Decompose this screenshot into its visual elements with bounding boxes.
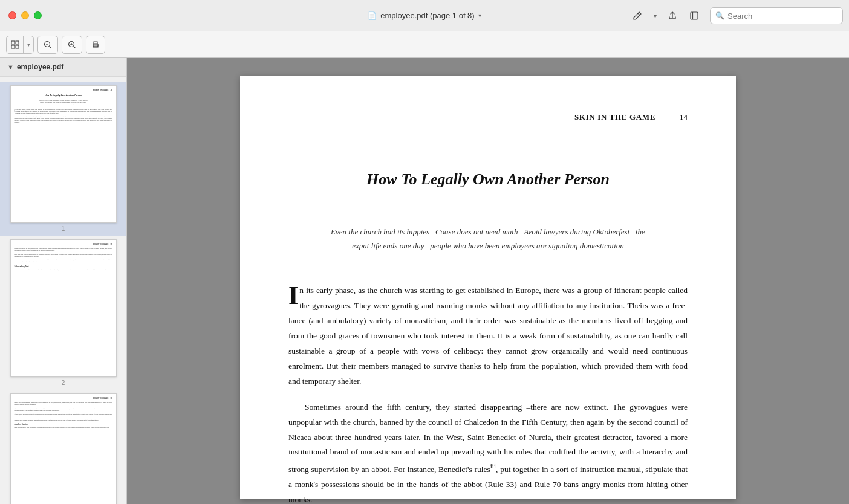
view-mode-button[interactable] <box>7 36 24 53</box>
thumbnail-page-3[interactable]: SKIN IN THE GAME 16 Neque porro quisquam… <box>0 390 126 504</box>
fullscreen-button[interactable] <box>34 11 42 19</box>
titlebar: 📄 employee.pdf (page 1 of 8) ▾ ▾ 🔍 <box>0 0 849 31</box>
search-icon: 🔍 <box>715 11 724 20</box>
toolbar-right: ▾ 🔍 <box>628 0 849 31</box>
pdf-page: SKIN IN THE GAME 14 How To Legally Own A… <box>240 76 736 499</box>
zoom-out-icon <box>44 40 52 49</box>
print-icon <box>91 40 100 49</box>
share-button[interactable] <box>663 6 682 25</box>
svg-rect-4 <box>11 45 15 48</box>
file-icon: ▼ <box>7 63 14 71</box>
svg-line-12 <box>74 46 76 48</box>
pdf-viewer[interactable]: SKIN IN THE GAME 14 How To Legally Own A… <box>127 58 849 504</box>
pdf-page-header: SKIN IN THE GAME 14 <box>288 112 688 122</box>
epigraph: Even the church had its hippies –Coase d… <box>331 225 645 253</box>
traffic-lights <box>0 11 42 19</box>
thumbnail-page-1[interactable]: SKIN IN THE GAME 14 How To Legally Own A… <box>0 82 126 236</box>
zoom-out-button[interactable] <box>37 36 58 54</box>
sidebar-icon <box>689 11 699 21</box>
sidebar-toggle-button[interactable] <box>685 6 704 25</box>
share-icon <box>668 11 677 21</box>
window-title: 📄 employee.pdf (page 1 of 8) ▾ <box>368 11 481 20</box>
sidebar-file-header: ▼ employee.pdf <box>0 58 126 77</box>
dropcap-I: I <box>288 286 298 306</box>
zoom-in-icon <box>68 40 76 49</box>
body-paragraph-2: Sometimes around the fifth century, they… <box>288 400 688 504</box>
thumbnail-page-2[interactable]: SKIN IN THE GAME 15 Lorem ipsum dolor si… <box>0 236 126 390</box>
zoom-in-button[interactable] <box>62 36 82 54</box>
pdf-file-icon: 📄 <box>368 11 377 20</box>
close-button[interactable] <box>8 11 16 19</box>
minimize-button[interactable] <box>21 11 29 19</box>
view-mode-group: ▾ <box>6 36 34 54</box>
page-number-1: 1 <box>62 225 65 232</box>
title-text: employee.pdf (page 1 of 8) <box>380 11 474 20</box>
view-grid-icon <box>11 40 19 49</box>
main-area: ▼ employee.pdf SKIN IN THE GAME 14 How T… <box>0 58 849 504</box>
search-input[interactable] <box>727 11 838 21</box>
sidebar-panel[interactable]: ▼ employee.pdf SKIN IN THE GAME 14 How T… <box>0 58 127 504</box>
body-paragraph-1: In its early phase, as the church was st… <box>288 283 688 389</box>
svg-rect-3 <box>16 41 19 44</box>
svg-rect-0 <box>691 12 698 19</box>
pdf-body: In its early phase, as the church was st… <box>288 283 688 504</box>
svg-line-8 <box>50 46 51 48</box>
page-number-2: 2 <box>62 380 65 386</box>
annotate-chevron-button[interactable]: ▾ <box>649 6 660 25</box>
print-button[interactable] <box>86 36 105 54</box>
toolbar-secondary: ▾ <box>0 31 849 58</box>
search-bar[interactable]: 🔍 <box>710 7 843 24</box>
svg-rect-2 <box>11 41 15 44</box>
title-chevron-icon[interactable]: ▾ <box>478 12 481 19</box>
chapter-title: How To Legally Own Another Person <box>288 170 688 189</box>
sidebar-filename: employee.pdf <box>17 63 63 71</box>
annotate-icon <box>633 11 642 21</box>
pdf-header-page: 14 <box>680 112 688 122</box>
view-dropdown-button[interactable]: ▾ <box>24 36 33 53</box>
pdf-header-title: SKIN IN THE GAME <box>574 112 655 122</box>
thumbnail-list: SKIN IN THE GAME 14 How To Legally Own A… <box>0 77 126 504</box>
svg-rect-5 <box>16 45 19 48</box>
annotate-button[interactable] <box>628 6 647 25</box>
